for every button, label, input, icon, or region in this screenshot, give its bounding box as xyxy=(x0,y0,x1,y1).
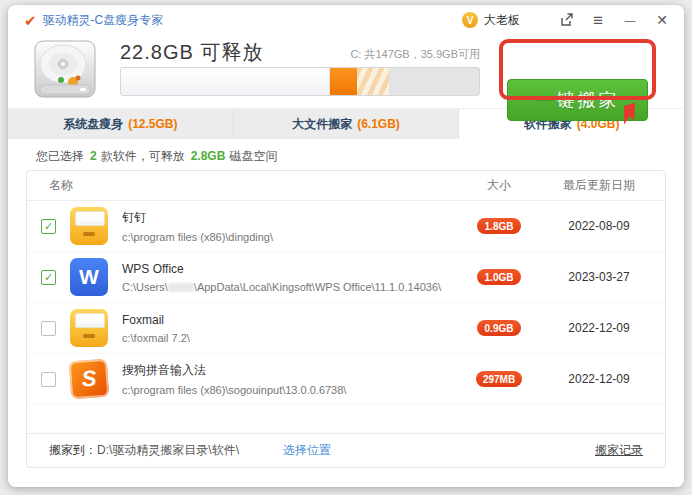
last-update-date: 2023-03-27 xyxy=(547,270,651,284)
move-history-link[interactable]: 搬家记录 xyxy=(595,442,643,459)
size-badge: 297MB xyxy=(476,371,522,387)
tab-size: (6.1GB) xyxy=(357,117,400,131)
disk-soft-releasable-segment xyxy=(357,68,390,95)
move-to-path: D:\驱动精灵搬家目录\软件\ xyxy=(97,442,239,459)
last-update-date: 2022-12-09 xyxy=(547,372,651,386)
app-name: 钉钉 xyxy=(122,209,451,226)
app-icon: W xyxy=(70,258,108,296)
disk-usage-bar xyxy=(120,67,480,96)
disk-usage-caption: C: 共147GB，35.9GB可用 xyxy=(308,47,480,62)
row-text: 搜狗拼音输入法 c:\program files (x86)\sogouinpu… xyxy=(122,362,451,396)
app-path: c:\program files (x86)\dingding\ xyxy=(122,231,451,243)
one-click-move-button[interactable]: 一键搬家 xyxy=(507,79,648,121)
app-path: c:\foxmail 7.2\ xyxy=(122,332,451,344)
software-row[interactable]: ✓ 钉钉 c:\program files (x86)\dingding\ 1.… xyxy=(27,201,665,252)
app-icon xyxy=(70,207,108,245)
app-name: Foxmail xyxy=(122,313,451,327)
size-cell: 1.8GB xyxy=(451,218,547,234)
redacted-username xyxy=(168,283,194,292)
releasable-size: 2.8GB xyxy=(191,149,226,163)
last-update-date: 2022-12-09 xyxy=(547,321,651,335)
summary-middle: 款软件，可释放 xyxy=(101,149,185,163)
title-bar: ✔ 驱动精灵-C盘瘦身专家 V 大老板 ≡ — ✕ xyxy=(8,5,684,35)
menu-icon[interactable]: ≡ xyxy=(590,12,606,28)
choose-location-link[interactable]: 选择位置 xyxy=(283,442,331,459)
hard-disk-icon xyxy=(30,39,100,103)
size-cell: 297MB xyxy=(451,371,547,387)
software-row[interactable]: Foxmail c:\foxmail 7.2\ 0.9GB 2022-12-09 xyxy=(27,303,665,354)
tab-big-files[interactable]: 大文件搬家 (6.1GB) xyxy=(234,109,460,139)
summary-suffix: 磁盘空间 xyxy=(229,149,277,163)
tab-size: (12.5GB) xyxy=(128,117,177,131)
software-row[interactable]: S 搜狗拼音输入法 c:\program files (x86)\sogouin… xyxy=(27,354,665,405)
row-text: 钉钉 c:\program files (x86)\dingding\ xyxy=(122,209,451,243)
tab-system-slim[interactable]: 系统盘瘦身 (12.5GB) xyxy=(8,109,234,139)
app-window: ✔ 驱动精灵-C盘瘦身专家 V 大老板 ≡ — ✕ xyxy=(8,5,684,487)
app-name: 搜狗拼音输入法 xyxy=(122,362,451,379)
user-avatar[interactable]: V xyxy=(462,12,478,28)
row-checkbox[interactable] xyxy=(41,372,56,387)
column-header-name: 名称 xyxy=(41,177,451,194)
size-badge: 0.9GB xyxy=(477,320,521,336)
app-path: c:\program files (x86)\sogouinput\13.0.0… xyxy=(122,384,451,396)
app-logo-icon: ✔ xyxy=(24,13,37,28)
free-space-title: 22.8GB 可释放 xyxy=(120,39,263,66)
selection-summary: 您已选择2款软件，可释放2.8GB磁盘空间 xyxy=(8,139,684,165)
size-badge: 1.8GB xyxy=(477,218,521,234)
header: 22.8GB 可释放 C: 共147GB，35.9GB可用 一键搬家 xyxy=(8,35,684,108)
selected-count: 2 xyxy=(90,149,97,163)
size-cell: 1.0GB xyxy=(451,269,547,285)
feedback-icon[interactable] xyxy=(558,12,574,28)
row-checkbox[interactable] xyxy=(41,321,56,336)
list-rows: ✓ 钉钉 c:\program files (x86)\dingding\ 1.… xyxy=(27,201,665,405)
app-path: C:\Users\\AppData\Local\Kingsoft\WPS Off… xyxy=(122,281,451,293)
column-header-date: 最后更新日期 xyxy=(547,177,651,194)
row-text: Foxmail c:\foxmail 7.2\ xyxy=(122,313,451,344)
app-icon xyxy=(70,309,108,347)
minimize-button[interactable]: — xyxy=(622,12,638,28)
app-icon: S xyxy=(69,359,110,400)
row-checkbox[interactable]: ✓ xyxy=(41,270,56,285)
column-header-size: 大小 xyxy=(451,177,547,194)
summary-prefix: 您已选择 xyxy=(36,149,84,163)
disk-releasable-segment xyxy=(330,68,357,95)
software-list: 名称 大小 最后更新日期 ✓ 钉钉 c:\program files (x86)… xyxy=(26,170,666,468)
tab-label: 大文件搬家 xyxy=(292,116,352,133)
last-update-date: 2022-08-09 xyxy=(547,219,651,233)
size-cell: 0.9GB xyxy=(451,320,547,336)
move-to-label: 搬家到： xyxy=(49,442,97,459)
user-name[interactable]: 大老板 xyxy=(484,12,520,29)
app-title: 驱动精灵-C盘瘦身专家 xyxy=(43,12,164,29)
list-footer: 搬家到： D:\驱动精灵搬家目录\软件\ 选择位置 搬家记录 xyxy=(27,433,665,467)
app-name: WPS Office xyxy=(122,262,451,276)
row-checkbox[interactable]: ✓ xyxy=(41,219,56,234)
disk-used-segment xyxy=(121,68,330,95)
main-content: 您已选择2款软件，可释放2.8GB磁盘空间 名称 大小 最后更新日期 ✓ 钉钉 … xyxy=(8,139,684,487)
software-row[interactable]: ✓ W WPS Office C:\Users\\AppData\Local\K… xyxy=(27,252,665,303)
close-button[interactable]: ✕ xyxy=(654,12,670,28)
list-header: 名称 大小 最后更新日期 xyxy=(27,171,665,201)
size-badge: 1.0GB xyxy=(477,269,521,285)
tab-label: 系统盘瘦身 xyxy=(63,116,123,133)
row-text: WPS Office C:\Users\\AppData\Local\Kings… xyxy=(122,262,451,293)
